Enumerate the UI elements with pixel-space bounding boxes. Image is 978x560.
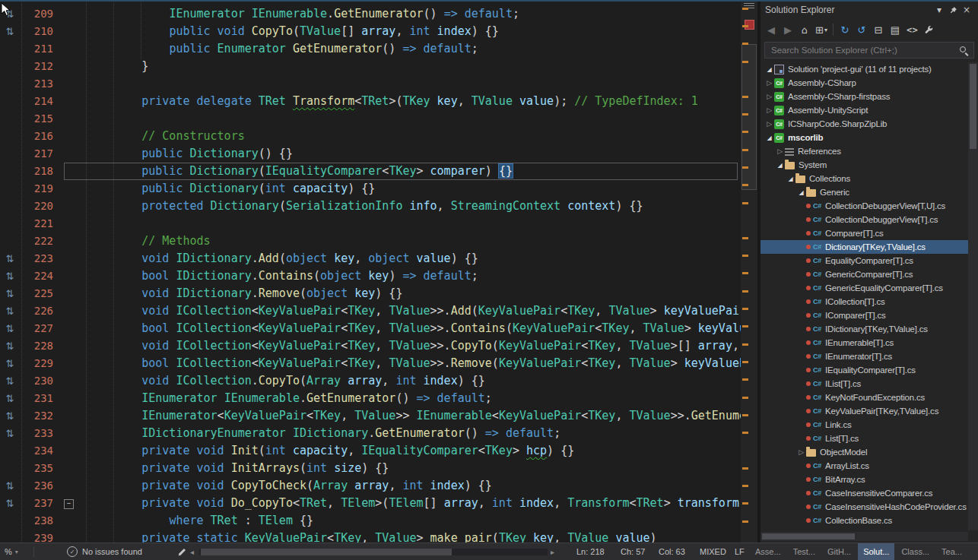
line-number[interactable]: 219 [20, 180, 62, 198]
code-text[interactable] [75, 75, 741, 93]
code-line[interactable]: 235 private void InitArrays(int size) {} [0, 460, 741, 477]
line-number[interactable]: 210 [20, 23, 62, 40]
pencil-icon[interactable] [178, 543, 186, 560]
code-text[interactable]: private void Do_CopyTo<TRet, TElem>(TEle… [75, 495, 741, 512]
line-number[interactable]: 233 [20, 425, 62, 442]
implementation-arrows-icon[interactable]: ⇅ [0, 23, 20, 40]
implementation-arrows-icon[interactable]: ⇅ [0, 355, 20, 372]
line-number[interactable]: 213 [20, 75, 62, 93]
implementation-arrows-icon[interactable]: ⇅ [0, 425, 20, 442]
code-line[interactable]: ⇅236 private void CopyToCheck(Array arra… [0, 477, 741, 495]
code-line[interactable]: 221 [0, 215, 741, 233]
code-line[interactable]: ⇅227 bool ICollection<KeyValuePair<TKey,… [0, 320, 741, 337]
tool-window-tab[interactable]: Solut... [858, 543, 894, 560]
scroll-left-icon[interactable]: ◂ [190, 543, 194, 560]
code-line[interactable]: ⇅225 void IDictionary.Remove(object key)… [0, 285, 741, 302]
tree-item[interactable]: C#CaseInsensitiveHashCodeProvider.cs [760, 500, 968, 514]
code-text[interactable]: public Dictionary() {} [75, 145, 741, 163]
scrollbar-thumb[interactable] [762, 533, 855, 539]
tree-item[interactable]: C#ICollection[T].cs [760, 295, 968, 308]
tree-item[interactable]: ▷References [760, 144, 968, 158]
properties-icon[interactable] [921, 22, 936, 37]
splitter-grip-icon[interactable] [744, 5, 754, 6]
expander-expanded-icon[interactable]: ◢ [796, 189, 806, 196]
editor-vertical-scrollbar[interactable] [741, 0, 757, 543]
tree-item[interactable]: C#IDictionary[TKey,TValue].cs [760, 322, 968, 336]
code-text[interactable]: IEnumerator IEnumerable.GetEnumerator() … [75, 390, 741, 407]
code-line[interactable]: ⇅229 bool ICollection<KeyValuePair<TKey,… [0, 355, 741, 372]
code-text[interactable]: void IDictionary.Remove(object key) {} [75, 285, 741, 302]
implementation-arrows-icon[interactable]: ⇅ [0, 302, 20, 320]
scrollbar-thumb[interactable] [970, 64, 976, 149]
tree-item[interactable]: C#ArrayList.cs [760, 459, 968, 473]
code-line[interactable]: 217 public Dictionary() {} [0, 145, 741, 163]
code-text[interactable]: // Constructors [75, 128, 741, 145]
line-number[interactable]: 218 [20, 163, 62, 180]
refresh-icon[interactable]: ↺ [854, 22, 869, 37]
tree-item[interactable]: ◢Generic [760, 185, 968, 199]
code-line[interactable]: 211 public Enumerator GetEnumerator() =>… [0, 40, 741, 58]
code-text[interactable]: private void CopyToCheck(Array array, in… [75, 477, 741, 495]
line-number[interactable]: 227 [20, 320, 62, 337]
code-text[interactable]: IEnumerator<KeyValuePair<TKey, TValue>> … [75, 407, 741, 425]
tool-window-tab[interactable]: GitH... [822, 543, 856, 560]
line-number[interactable]: 215 [20, 110, 62, 128]
expander-collapsed-icon[interactable]: ▷ [764, 93, 774, 100]
line-number[interactable]: 220 [20, 198, 62, 215]
tree-item[interactable]: C#IEqualityComparer[T].cs [760, 363, 968, 377]
code-line[interactable]: 220 protected Dictionary(SerializationIn… [0, 198, 741, 215]
tree-item[interactable]: ◢Solution 'project-gui' (11 of 11 projec… [760, 62, 968, 76]
line-number[interactable]: 225 [20, 285, 62, 302]
implementation-arrows-icon[interactable]: ⇅ [0, 477, 20, 495]
tree-item[interactable]: C#CollectionDebuggerView[T,U].cs [760, 199, 968, 213]
tree-item[interactable]: C#Dictionary[TKey,TValue].cs [760, 240, 968, 254]
code-line[interactable]: ⇅232 IEnumerator<KeyValuePair<TKey, TVal… [0, 407, 741, 425]
line-number[interactable]: 214 [20, 93, 62, 110]
line-number[interactable]: 217 [20, 145, 62, 163]
expander-expanded-icon[interactable]: ◢ [764, 66, 774, 73]
tree-horizontal-scrollbar[interactable] [760, 532, 968, 541]
column-indicator[interactable]: Col: 63 [659, 543, 685, 560]
code-text[interactable]: public Dictionary(int capacity) {} [75, 180, 741, 198]
code-line[interactable]: ⇅210 public void CopyTo(TValue[] array, … [0, 23, 741, 40]
tree-item[interactable]: C#IComparer[T].cs [760, 308, 968, 322]
line-number[interactable]: 231 [20, 390, 62, 407]
code-line[interactable]: ⇅237− private void Do_CopyTo<TRet, TElem… [0, 495, 741, 512]
expander-collapsed-icon[interactable]: ▷ [796, 448, 806, 456]
code-text[interactable]: public Enumerator GetEnumerator() => def… [75, 40, 741, 58]
solution-explorer-titlebar[interactable]: Solution Explorer ▾× [760, 0, 978, 20]
show-all-files-icon[interactable]: ▤ [888, 22, 903, 37]
line-number[interactable]: 224 [20, 267, 62, 285]
code-area[interactable]: ⇅209 IEnumerator IEnumerable.GetEnumerat… [0, 0, 741, 543]
code-text[interactable] [75, 215, 741, 233]
code-text[interactable]: // Methods [75, 233, 741, 250]
zoom-control[interactable]: % ▾ [5, 543, 18, 560]
implementation-arrows-icon[interactable]: ⇅ [0, 337, 20, 355]
line-number[interactable]: 232 [20, 407, 62, 425]
tree-item[interactable]: ◢System [760, 158, 968, 172]
scrollbar-thumb[interactable] [201, 549, 452, 555]
splitter-grip-icon[interactable] [744, 3, 754, 4]
line-number[interactable]: 222 [20, 233, 62, 250]
tree-item[interactable]: ▷C#ICSharpCode.SharpZipLib [760, 117, 968, 131]
code-text[interactable]: where TRet : TElem {} [75, 512, 741, 530]
sync-with-active-document-icon[interactable]: ↻ [837, 22, 853, 37]
fold-collapse-icon[interactable]: − [64, 499, 74, 509]
home-icon[interactable]: ⌂ [797, 22, 812, 37]
code-line[interactable]: 215 [0, 110, 741, 128]
line-number[interactable]: 212 [20, 58, 62, 75]
code-line[interactable]: 219 public Dictionary(int capacity) {} [0, 180, 741, 198]
expander-collapsed-icon[interactable]: ▷ [764, 106, 774, 114]
tree-item[interactable]: C#IList[T].cs [760, 377, 968, 391]
tree-item[interactable]: C#EqualityComparer[T].cs [760, 254, 968, 267]
tree-item[interactable]: C#KeyNotFoundException.cs [760, 391, 968, 404]
char-indicator[interactable]: Ch: 57 [621, 543, 645, 560]
tree-item[interactable]: C#IEnumerator[T].cs [760, 350, 968, 363]
code-text[interactable]: void ICollection.CopyTo(Array array, int… [75, 372, 741, 390]
code-line[interactable]: 214 private delegate TRet Transform<TRet… [0, 93, 741, 110]
line-number[interactable]: 209 [20, 5, 62, 23]
tree-item[interactable]: ◢Collections [760, 172, 968, 185]
tree-item[interactable]: C#KeyValuePair[TKey,TValue].cs [760, 404, 968, 418]
search-input[interactable] [770, 45, 959, 55]
line-number[interactable]: 221 [20, 215, 62, 233]
